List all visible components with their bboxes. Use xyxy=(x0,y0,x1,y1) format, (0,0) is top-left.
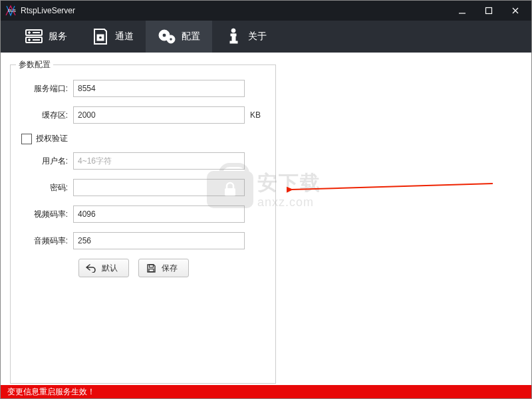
save-button[interactable]: 保存 xyxy=(138,259,189,277)
abitrate-input[interactable] xyxy=(73,232,245,249)
tab-service-label: 服务 xyxy=(49,31,67,43)
save-button-label: 保存 xyxy=(162,263,178,274)
abitrate-label: 音频码率: xyxy=(16,235,73,247)
svg-point-8 xyxy=(29,39,31,41)
tab-channel-label: 通道 xyxy=(115,31,134,43)
close-button[interactable] xyxy=(502,1,529,21)
channel-icon xyxy=(91,27,110,46)
username-label: 用户名: xyxy=(16,156,73,167)
main-tabs: 服务 通道 配置 关于 xyxy=(1,21,531,53)
config-icon xyxy=(158,27,176,46)
params-fieldset: 参数配置 服务端口: 缓存区: KB 授权验证 用户名: 密 xyxy=(10,59,276,384)
port-label: 服务端口: xyxy=(16,83,73,94)
row-abitrate: 音频码率: xyxy=(16,232,263,249)
buffer-label: 缓存区: xyxy=(16,110,73,121)
tab-config-label: 配置 xyxy=(182,31,200,43)
tab-config[interactable]: 配置 xyxy=(146,21,212,53)
app-logo-icon: RLS xyxy=(5,5,17,17)
buffer-input[interactable] xyxy=(73,106,245,124)
port-input[interactable] xyxy=(73,80,245,97)
username-input[interactable] xyxy=(73,152,245,170)
footer-notice: 变更信息重启服务生效！ xyxy=(7,386,95,398)
service-icon xyxy=(25,27,43,46)
row-buffer: 缓存区: KB xyxy=(16,106,263,124)
svg-point-12 xyxy=(99,36,102,39)
auth-label: 授权验证 xyxy=(36,133,68,144)
tab-service[interactable]: 服务 xyxy=(13,21,79,53)
svg-point-14 xyxy=(162,33,166,37)
svg-point-17 xyxy=(231,29,235,33)
svg-rect-20 xyxy=(230,41,237,43)
row-auth: 授权验证 xyxy=(21,133,263,144)
auth-checkbox[interactable] xyxy=(21,134,32,144)
default-button-label: 默认 xyxy=(102,263,118,274)
button-row: 默认 保存 xyxy=(78,259,263,277)
footer-bar: 变更信息重启服务生效！ xyxy=(1,385,531,398)
password-input[interactable] xyxy=(73,179,245,196)
row-password: 密码: xyxy=(16,179,263,196)
tab-about-label: 关于 xyxy=(248,31,267,43)
params-legend: 参数配置 xyxy=(16,59,53,70)
save-icon xyxy=(146,263,156,273)
about-icon xyxy=(224,27,243,46)
svg-point-16 xyxy=(170,38,172,41)
undo-icon xyxy=(86,263,96,273)
content-area: 参数配置 服务端口: 缓存区: KB 授权验证 用户名: 密 xyxy=(1,53,531,385)
default-button[interactable]: 默认 xyxy=(78,259,129,277)
row-vbitrate: 视频码率: xyxy=(16,205,263,223)
svg-rect-2 xyxy=(486,8,492,14)
svg-text:RLS: RLS xyxy=(8,9,16,13)
row-port: 服务端口: xyxy=(16,80,263,97)
buffer-unit: KB xyxy=(250,110,263,120)
svg-point-7 xyxy=(29,32,31,34)
app-window: RLS RtspLiveServer 服务 通道 xyxy=(0,0,532,399)
window-title: RtspLiveServer xyxy=(21,6,449,15)
maximize-button[interactable] xyxy=(475,1,502,21)
row-username: 用户名: xyxy=(16,152,263,170)
svg-rect-22 xyxy=(149,269,154,271)
minimize-button[interactable] xyxy=(449,1,475,21)
password-label: 密码: xyxy=(16,182,73,194)
vbitrate-input[interactable] xyxy=(73,205,245,223)
tab-about[interactable]: 关于 xyxy=(212,21,279,53)
tab-channel[interactable]: 通道 xyxy=(79,21,146,53)
vbitrate-label: 视频码率: xyxy=(16,209,73,220)
titlebar: RLS RtspLiveServer xyxy=(1,1,531,21)
